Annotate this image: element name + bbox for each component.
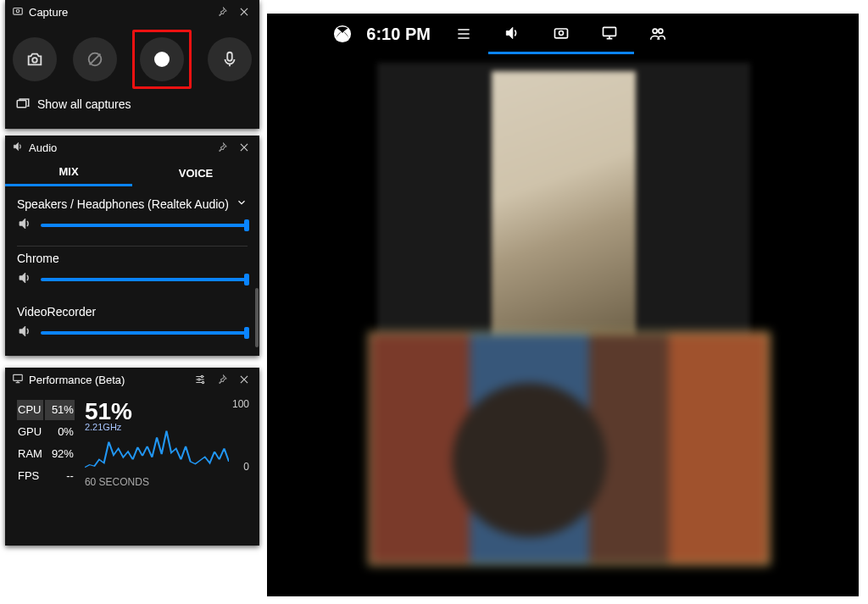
clock: 6:10 PM (366, 25, 439, 44)
audio-title: Audio (29, 141, 57, 154)
pin-icon[interactable] (214, 3, 231, 20)
close-icon[interactable] (236, 3, 253, 20)
svg-rect-6 (14, 8, 23, 14)
svg-rect-10 (227, 53, 232, 61)
xbox-social-icon[interactable] (634, 14, 682, 54)
settings-icon[interactable] (192, 371, 209, 388)
metric-gpu[interactable]: GPU0% (17, 422, 75, 442)
tab-mix[interactable]: MIX (5, 159, 132, 186)
scrollbar[interactable] (255, 288, 259, 347)
svg-rect-11 (17, 101, 26, 108)
performance-title: Performance (Beta) (29, 374, 125, 386)
capture-widget-icon[interactable] (537, 14, 585, 54)
speaker-icon (12, 141, 24, 155)
start-recording-button[interactable] (140, 37, 184, 81)
record-last-button[interactable] (73, 37, 117, 81)
app-videorecorder-label: VideoRecorder (17, 305, 96, 319)
record-icon (154, 52, 170, 67)
capture-header[interactable]: Capture (5, 0, 259, 24)
x-axis-label: 60 SECONDS (85, 476, 149, 488)
show-all-captures-label: Show all captures (37, 97, 131, 111)
performance-icon (12, 373, 24, 387)
speaker-icon[interactable] (17, 324, 32, 341)
speaker-icon[interactable] (17, 270, 32, 288)
microphone-button[interactable] (208, 37, 252, 81)
svg-point-8 (33, 58, 38, 63)
audio-widget: Audio MIX VOICE Speakers / Headphones (R… (5, 136, 259, 356)
record-button-highlight (132, 30, 192, 89)
svg-rect-12 (14, 374, 23, 380)
capture-icon (12, 5, 24, 19)
metric-ram[interactable]: RAM92% (17, 444, 75, 464)
system-volume-slider[interactable] (41, 224, 248, 227)
remote-video-tile (377, 63, 750, 351)
svg-point-2 (559, 30, 563, 35)
performance-chart: 51% 2.21GHz 100 0 60 SECONDS (85, 398, 249, 488)
performance-header[interactable]: Performance (Beta) (5, 368, 259, 391)
performance-widget: Performance (Beta) CPU51% GPU0% (5, 368, 259, 546)
speaker-icon[interactable] (17, 216, 32, 234)
widgets-menu-icon[interactable] (439, 14, 487, 54)
output-device-label: Speakers / Headphones (Realtek Audio) (17, 197, 229, 211)
gamebar-main-bar: 6:10 PM (318, 14, 682, 54)
metric-fps[interactable]: FPS-- (17, 466, 75, 486)
show-all-captures-link[interactable]: Show all captures (5, 91, 259, 117)
metric-list: CPU51% GPU0% RAM92% FPS-- (15, 398, 76, 488)
audio-header[interactable]: Audio (5, 136, 259, 159)
capture-title: Capture (29, 6, 68, 19)
close-icon[interactable] (236, 371, 253, 388)
y-axis-max: 100 (232, 398, 249, 410)
capture-widget: Capture (5, 0, 259, 129)
svg-point-14 (198, 379, 200, 380)
chrome-volume-slider[interactable] (41, 278, 248, 281)
y-axis-min: 0 (243, 461, 249, 473)
svg-point-4 (653, 29, 657, 33)
xbox-logo-icon[interactable] (318, 25, 366, 43)
screenshot-button[interactable] (13, 37, 57, 81)
svg-point-15 (202, 381, 203, 383)
svg-rect-3 (603, 27, 615, 36)
app-chrome-label: Chrome (17, 252, 59, 265)
svg-point-13 (201, 375, 203, 377)
self-video-tile (369, 332, 770, 565)
chevron-down-icon[interactable] (236, 197, 248, 211)
pin-icon[interactable] (214, 371, 231, 388)
pin-icon[interactable] (214, 139, 231, 156)
video-call-area: 6:10 PM (267, 14, 859, 596)
performance-widget-icon[interactable] (585, 14, 633, 54)
svg-point-5 (659, 29, 663, 33)
tab-voice[interactable]: VOICE (132, 159, 259, 186)
svg-point-7 (16, 9, 19, 13)
metric-cpu[interactable]: CPU51% (17, 400, 75, 420)
audio-widget-icon[interactable] (488, 14, 537, 54)
svg-rect-1 (554, 29, 567, 38)
close-icon[interactable] (236, 139, 253, 156)
videorecorder-volume-slider[interactable] (41, 331, 248, 335)
